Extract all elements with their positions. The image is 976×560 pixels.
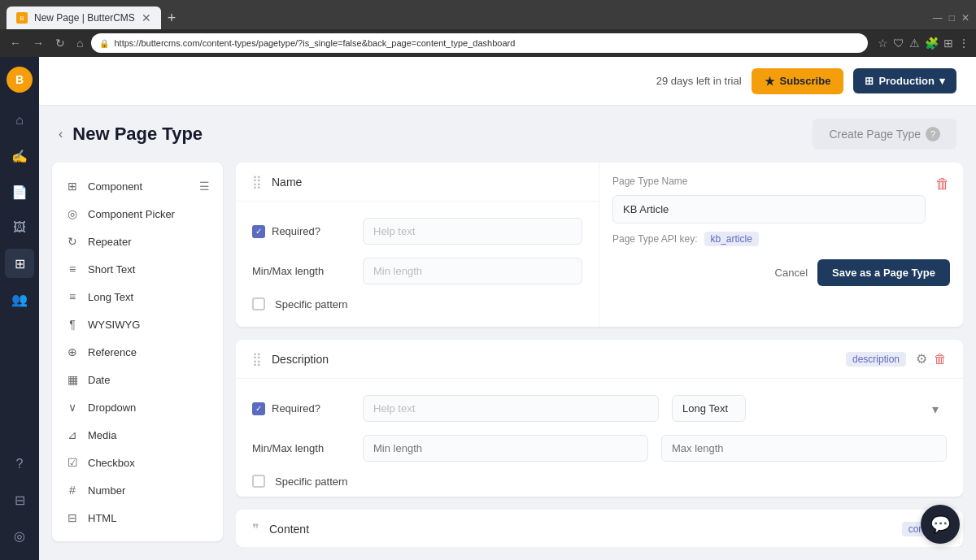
description-minmax-row: Min/Max length [252, 435, 947, 462]
nav-team[interactable]: 👥 [5, 284, 34, 314]
reload-button[interactable]: ↻ [52, 35, 68, 51]
content-field-input[interactable] [269, 523, 892, 536]
description-required-label[interactable]: ✓ Required? [252, 402, 350, 415]
production-button[interactable]: ⊞ Production ▾ [853, 68, 956, 93]
sidebar-item-repeater[interactable]: ↻ Repeater [52, 228, 223, 255]
minimize-button[interactable]: — [933, 12, 943, 24]
sidebar-item-reference[interactable]: ⊕ Reference [52, 338, 223, 366]
home-button[interactable]: ⌂ [73, 35, 86, 51]
description-pattern-checkbox[interactable] [252, 475, 265, 488]
page-header: ‹ New Page Type Create Page Type ? [39, 106, 976, 163]
nav-blog[interactable]: ✍ [5, 141, 34, 171]
wysiwyg-icon: ¶ [65, 318, 80, 331]
description-max-input[interactable] [661, 435, 947, 462]
sidebar-item-wysiwyg[interactable]: ¶ WYSIWYG [52, 310, 223, 338]
api-key-label: Page Type API key: [612, 233, 698, 245]
description-pattern-row: Specific pattern [252, 475, 947, 488]
name-required-row: ✓ Required? [252, 218, 582, 245]
main-content: 29 days left in trial ★ Subscribe ⊞ Prod… [39, 57, 976, 560]
nav-media[interactable]: 🖼 [5, 213, 34, 242]
name-field-left: ⣿ ✓ Required? [236, 163, 599, 327]
warning-icon[interactable]: ⚠ [909, 37, 920, 50]
app-container: B ⌂ ✍ 📄 🖼 ⊞ 👥 ? ⊟ ◎ 29 days left in tria… [0, 57, 976, 560]
extensions-icon[interactable]: 🧩 [925, 37, 939, 50]
content-drag-handle[interactable]: ❞ [252, 521, 259, 536]
description-pattern-label: Specific pattern [275, 475, 348, 488]
sidebar-item-short-text[interactable]: ≡ Short Text [52, 255, 223, 283]
nav-help[interactable]: ? [5, 449, 34, 479]
name-field-input[interactable] [272, 176, 582, 189]
name-drag-handle[interactable]: ⣿ [252, 174, 262, 189]
sidebar-label-component-picker: Component Picker [88, 208, 175, 220]
panel-actions: Cancel Save as a Page Type [612, 259, 950, 286]
address-bar[interactable]: 🔒 https://buttercms.com/content-types/pa… [91, 33, 868, 53]
description-field-input[interactable] [272, 353, 836, 366]
save-page-type-button[interactable]: Save as a Page Type [817, 259, 950, 286]
new-tab-button[interactable]: + [168, 10, 176, 27]
shield-icon[interactable]: 🛡 [893, 37, 904, 50]
description-required-row: ✓ Required? Long Text Short Text WYSIWYG [252, 395, 947, 422]
help-icon: ? [926, 127, 940, 141]
page-type-delete-button[interactable]: 🗑 [935, 176, 950, 193]
sidebar-label-dropdown: Dropdown [88, 402, 136, 414]
page-title: New Page Type [72, 124, 203, 145]
page-type-panel: Page Type Name Page Type API key: kb_art… [599, 163, 963, 327]
sidebar-item-checkbox[interactable]: ☑ Checkbox [52, 449, 223, 476]
name-pattern-checkbox[interactable] [252, 297, 265, 310]
nav-integrations[interactable]: ◎ [5, 521, 34, 550]
dropdown-icon: ∨ [65, 401, 80, 414]
more-options-icon[interactable]: ⋮ [958, 37, 969, 50]
page-type-name-input[interactable] [612, 195, 926, 224]
split-screen-icon[interactable]: ⊞ [943, 37, 953, 50]
description-help-text-input[interactable] [363, 395, 659, 422]
sidebar-label-short-text: Short Text [88, 263, 135, 276]
forward-nav-button[interactable]: → [29, 35, 47, 51]
nav-home[interactable]: ⌂ [5, 106, 34, 135]
name-pattern-label: Specific pattern [275, 298, 348, 310]
tab-close-button[interactable]: ✕ [142, 11, 151, 24]
nav-pages[interactable]: 📄 [5, 177, 34, 206]
browser-tab[interactable]: B New Page | ButterCMS ✕ [7, 7, 161, 29]
production-chevron-icon: ▾ [939, 75, 945, 87]
component-action-icon[interactable]: ☰ [199, 180, 210, 193]
chat-widget[interactable]: 💬 [921, 505, 960, 544]
name-required-label[interactable]: ✓ Required? [252, 225, 350, 238]
sidebar-item-html[interactable]: ⊟ HTML [52, 504, 223, 532]
name-min-input[interactable] [363, 258, 582, 284]
restore-button[interactable]: □ [949, 12, 955, 24]
sidebar-item-date[interactable]: ▦ Date [52, 366, 223, 393]
description-min-input[interactable] [363, 435, 648, 462]
back-button[interactable]: ‹ [59, 127, 63, 141]
description-drag-handle[interactable]: ⣿ [252, 351, 262, 367]
description-delete-button[interactable]: 🗑 [934, 352, 947, 367]
name-required-checkbox[interactable]: ✓ [252, 225, 265, 238]
name-field-header: ⣿ [236, 163, 599, 202]
sidebar-item-number[interactable]: # Number [52, 476, 223, 504]
description-field-header: ⣿ description ⚙ 🗑 [236, 340, 963, 379]
description-settings-button[interactable]: ⚙ [916, 351, 927, 367]
close-window-button[interactable]: ✕ [961, 12, 969, 24]
sidebar-item-media[interactable]: ⊿ Media [52, 421, 223, 449]
name-field-body: ✓ Required? Min/Max length [236, 202, 599, 327]
nav-content-types[interactable]: ⊞ [5, 249, 34, 278]
content-area: ⊞ Component ☰ ◎ Component Picker ↻ Repea… [39, 163, 976, 560]
bookmark-icon[interactable]: ☆ [878, 37, 888, 50]
sidebar-item-component[interactable]: ⊞ Component ☰ [52, 172, 223, 200]
sidebar-item-dropdown[interactable]: ∨ Dropdown [52, 393, 223, 421]
cancel-button[interactable]: Cancel [775, 267, 808, 279]
tab-bar: B New Page | ButterCMS ✕ + — □ ✕ [0, 0, 976, 29]
description-required-checkbox[interactable]: ✓ [252, 402, 265, 415]
name-field-card: ⣿ ✓ Required? [236, 163, 963, 327]
back-nav-button[interactable]: ← [7, 35, 24, 51]
sidebar-item-long-text[interactable]: ≡ Long Text [52, 283, 223, 310]
name-help-text-input[interactable] [363, 218, 582, 245]
subscribe-button[interactable]: ★ Subscribe [752, 68, 844, 94]
description-type-select[interactable]: Long Text Short Text WYSIWYG [672, 395, 746, 422]
trial-text: 29 days left in trial [656, 75, 742, 87]
description-field-body: ✓ Required? Long Text Short Text WYSIWYG [236, 379, 963, 497]
sidebar-item-component-picker[interactable]: ◎ Component Picker [52, 200, 223, 228]
nav-settings[interactable]: ⊟ [5, 485, 34, 514]
long-text-icon: ≡ [65, 290, 80, 303]
browser-chrome: B New Page | ButterCMS ✕ + — □ ✕ ← → ↻ ⌂… [0, 0, 976, 57]
create-page-type-button[interactable]: Create Page Type ? [813, 119, 956, 150]
